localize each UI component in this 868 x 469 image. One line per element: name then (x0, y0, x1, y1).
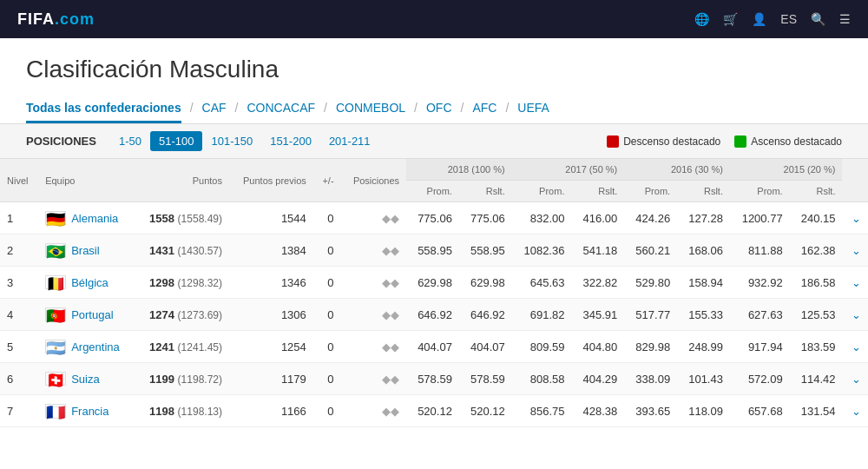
cart-icon[interactable]: 🛒 (723, 12, 738, 26)
team-name[interactable]: Portugal (71, 308, 113, 321)
header-icons: 🌐 🛒 👤 ES 🔍 ☰ (694, 12, 851, 26)
table-row: 2 🇧🇷 Brasil 1431 (1430.57) 1384 0 ◆◆ 558… (0, 234, 868, 267)
prom-2018: 578.59 (406, 363, 459, 395)
col-year-2017: 2017 (50 %) (512, 159, 625, 181)
prev-points-cell: 1179 (229, 363, 313, 395)
flag-icon: 🇧🇪 (45, 275, 66, 289)
search-icon[interactable]: 🔍 (811, 12, 825, 26)
rslt-2016: 248.99 (677, 331, 730, 363)
pos-icon-cell: ◆◆ (341, 363, 406, 395)
expand-button[interactable]: ⌄ (842, 395, 868, 427)
diff-cell: 0 (313, 299, 341, 331)
rslt-2015: 162.38 (790, 234, 843, 267)
col-prom-2017: Prom. (512, 181, 572, 202)
tab-uefa[interactable]: UEFA (517, 92, 549, 123)
tab-todas[interactable]: Todas las confederaciones (26, 92, 181, 123)
expand-button[interactable]: ⌄ (842, 299, 868, 331)
subtab-51-100[interactable]: 51-100 (150, 131, 202, 151)
rank-cell: 2 (0, 234, 38, 267)
diff-cell: 0 (313, 234, 341, 267)
rslt-2015: 186.58 (790, 267, 843, 299)
prom-2015: 932.92 (730, 267, 790, 299)
expand-button[interactable]: ⌄ (842, 363, 868, 395)
expand-button[interactable]: ⌄ (842, 331, 868, 363)
team-name[interactable]: Suiza (71, 373, 100, 386)
pos-icon-cell: ◆◆ (341, 202, 406, 234)
legend: Descenso destacado Ascenso destacado (607, 135, 842, 148)
site-logo[interactable]: FIFA.com (17, 10, 95, 29)
rslt-2017: 428.38 (571, 395, 624, 427)
prom-2016: 529.80 (624, 267, 677, 299)
prom-2017: 832.00 (512, 202, 572, 234)
language-label[interactable]: ES (780, 12, 797, 26)
rslt-2016: 155.33 (677, 299, 730, 331)
prom-2018: 646.92 (406, 299, 459, 331)
team-name[interactable]: Argentina (71, 340, 120, 353)
subtab-201-211[interactable]: 201-211 (320, 131, 379, 151)
team-name[interactable]: Francia (71, 405, 108, 418)
site-header: FIFA.com 🌐 🛒 👤 ES 🔍 ☰ (0, 0, 868, 38)
col-puntos-previos: Puntos previos (229, 159, 313, 202)
subtab-1-50[interactable]: 1-50 (110, 131, 150, 151)
table-row: 3 🇧🇪 Bélgica 1298 (1298.32) 1346 0 ◆◆ 62… (0, 267, 868, 299)
posiciones-label: POSICIONES (26, 135, 96, 148)
user-icon[interactable]: 👤 (752, 12, 766, 26)
team-cell: 🇫🇷 Francia (38, 395, 135, 427)
rslt-2016: 101.43 (677, 363, 730, 395)
prom-2018: 520.12 (406, 395, 459, 427)
rslt-2018: 404.07 (459, 331, 512, 363)
sep-4: / (405, 101, 426, 115)
prom-2018: 629.98 (406, 267, 459, 299)
rslt-2017: 345.91 (571, 299, 624, 331)
sub-tabs-bar: POSICIONES 1-50 51-100 101-150 151-200 2… (0, 124, 868, 159)
col-diff: +/- (313, 159, 341, 202)
rslt-2018: 646.92 (459, 299, 512, 331)
pos-icon-cell: ◆◆ (341, 299, 406, 331)
sep-5: / (452, 101, 473, 115)
menu-icon[interactable]: ☰ (839, 12, 851, 26)
team-name[interactable]: Bélgica (71, 276, 108, 289)
tab-conmebol[interactable]: CONMEBOL (336, 92, 405, 123)
prev-points-cell: 1254 (229, 331, 313, 363)
team-cell: 🇧🇪 Bélgica (38, 267, 135, 299)
diff-cell: 0 (313, 202, 341, 234)
col-rslt-2015: Rslt. (790, 181, 843, 202)
rslt-2017: 404.29 (571, 363, 624, 395)
subtab-151-200[interactable]: 151-200 (261, 131, 320, 151)
rank-cell: 7 (0, 395, 38, 427)
rslt-2016: 158.94 (677, 267, 730, 299)
subtab-101-150[interactable]: 101-150 (202, 131, 261, 151)
prom-2015: 811.88 (730, 234, 790, 267)
tab-concacaf[interactable]: CONCACAF (247, 92, 315, 123)
rankings-table: Nivel Equipo Puntos Puntos previos +/- P… (0, 159, 868, 427)
globe-icon[interactable]: 🌐 (694, 12, 709, 26)
prom-2017: 808.58 (512, 363, 572, 395)
tab-ofc[interactable]: OFC (426, 92, 452, 123)
rslt-2015: 240.15 (790, 202, 843, 234)
pos-icon-cell: ◆◆ (341, 234, 406, 267)
diff-cell: 0 (313, 395, 341, 427)
legend-ascenso: Ascenso destacado (734, 135, 842, 148)
col-puntos: Puntos (135, 159, 229, 202)
tab-afc[interactable]: AFC (472, 92, 496, 123)
team-name[interactable]: Brasil (71, 244, 100, 257)
prev-points-cell: 1544 (229, 202, 313, 234)
rslt-2015: 125.53 (790, 299, 843, 331)
table-row: 7 🇫🇷 Francia 1198 (1198.13) 1166 0 ◆◆ 52… (0, 395, 868, 427)
tab-caf[interactable]: CAF (202, 92, 227, 123)
expand-button[interactable]: ⌄ (842, 234, 868, 267)
team-name[interactable]: Alemania (71, 212, 118, 225)
prev-points-cell: 1346 (229, 267, 313, 299)
team-cell: 🇵🇹 Portugal (38, 299, 135, 331)
prom-2016: 560.21 (624, 234, 677, 267)
sep-1: / (181, 101, 202, 115)
prom-2018: 775.06 (406, 202, 459, 234)
prom-2015: 1200.77 (730, 202, 790, 234)
expand-button[interactable]: ⌄ (842, 202, 868, 234)
table-row: 1 🇩🇪 Alemania 1558 (1558.49) 1544 0 ◆◆ 7… (0, 202, 868, 234)
confederation-tabs: Todas las confederaciones / CAF / CONCAC… (0, 92, 868, 124)
rank-cell: 5 (0, 331, 38, 363)
expand-button[interactable]: ⌄ (842, 267, 868, 299)
diff-cell: 0 (313, 267, 341, 299)
diff-cell: 0 (313, 363, 341, 395)
